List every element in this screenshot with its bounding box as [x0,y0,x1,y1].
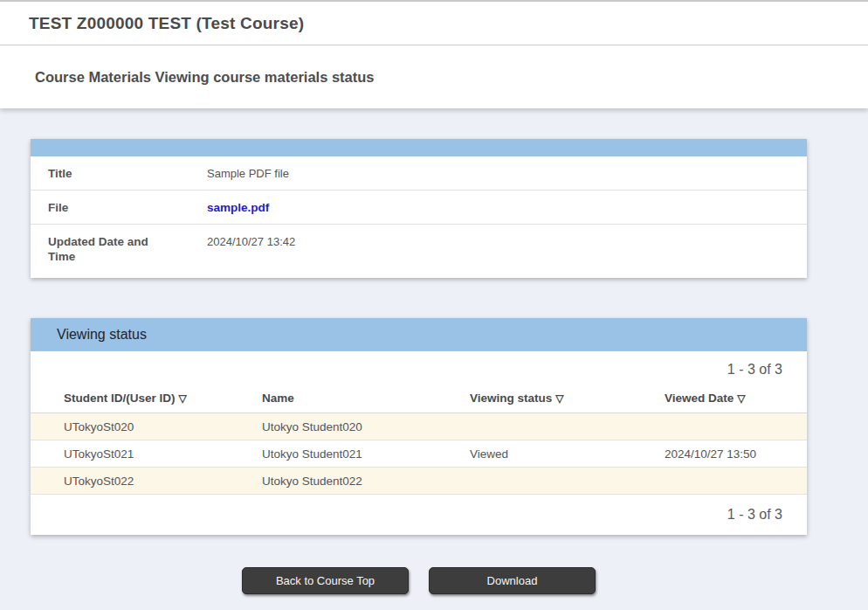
course-title: TEST Z000000 TEST (Test Course) [29,14,304,33]
cell-student-id: UTokyoSt020 [31,413,229,440]
material-title-label: Title [31,165,207,181]
viewing-status-title: Viewing status [57,327,147,343]
filter-icon-viewed-date[interactable]: ▽ [737,392,745,405]
cell-name: Utokyo Student022 [229,468,437,495]
material-title-row: Title Sample PDF file [31,156,807,191]
download-button[interactable]: Download [429,567,596,594]
material-file-link[interactable]: sample.pdf [207,201,269,214]
material-updated-label: Updated Date and Time [31,233,207,264]
viewing-status-card: Viewing status 1 - 3 of 3 Student ID/(Us… [31,318,807,535]
cell-name: Utokyo Student020 [229,413,437,440]
action-button-row: Back to Course Top Download [31,567,807,594]
main-content: Title Sample PDF file File sample.pdf Up… [0,108,868,594]
material-title-value: Sample PDF file [207,165,807,181]
cell-viewed-date: 2024/10/27 13:50 [631,440,807,468]
page-title: Course Materials Viewing course material… [35,69,375,86]
table-row: UTokyoSt022 Utokyo Student022 [31,468,807,495]
material-file-row: File sample.pdf [31,191,807,225]
material-updated-row: Updated Date and Time 2024/10/27 13:42 [31,225,807,278]
material-card-accent-bar [31,139,807,156]
material-detail-card: Title Sample PDF file File sample.pdf Up… [31,139,807,278]
page-header: TEST Z000000 TEST (Test Course) Course M… [0,0,868,108]
course-title-bar: TEST Z000000 TEST (Test Course) [0,2,868,45]
page-subtitle-bar: Course Materials Viewing course material… [0,45,868,108]
table-header-row: Student ID/(User ID)▽ Name Viewing statu… [31,386,807,413]
filter-icon-student-id[interactable]: ▽ [179,392,187,405]
cell-viewed-date [631,468,807,495]
material-updated-value: 2024/10/27 13:42 [207,233,807,249]
cell-viewing-status [437,468,631,495]
table-row: UTokyoSt021 Utokyo Student021 Viewed 202… [31,440,807,468]
filter-icon-viewing-status[interactable]: ▽ [555,392,563,405]
column-header-viewed-date: Viewed Date▽ [631,386,807,413]
cell-student-id: UTokyoSt021 [31,440,229,468]
cell-name: Utokyo Student021 [229,440,437,468]
cell-viewed-date [631,413,807,440]
column-header-name: Name [229,386,437,413]
pagination-top: 1 - 3 of 3 [31,351,807,386]
viewing-status-table: Student ID/(User ID)▽ Name Viewing statu… [31,386,807,495]
cell-viewing-status: Viewed [437,440,631,468]
cell-viewing-status [437,413,631,440]
column-header-viewing-status: Viewing status▽ [437,386,631,413]
back-to-course-top-button[interactable]: Back to Course Top [242,567,409,594]
pagination-bottom: 1 - 3 of 3 [31,495,807,535]
table-row: UTokyoSt020 Utokyo Student020 [31,413,807,440]
material-file-label: File [31,199,207,215]
viewing-status-header: Viewing status [31,318,807,351]
cell-student-id: UTokyoSt022 [31,468,229,495]
column-header-student-id: Student ID/(User ID)▽ [31,386,229,413]
